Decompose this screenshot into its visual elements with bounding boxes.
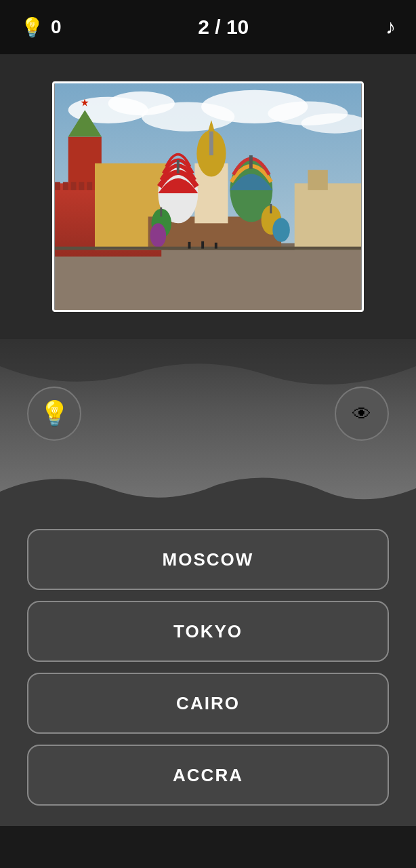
eye-icon: 👁 [352,403,371,425]
header: 💡 0 2 / 10 ♪ [0,0,416,54]
answer-button-4[interactable]: ACCRA [27,745,389,806]
svg-rect-46 [201,241,204,249]
score-display: 0 [51,16,62,38]
bulb-icon: 💡 [20,16,44,39]
svg-point-41 [272,218,290,241]
svg-rect-47 [215,243,217,249]
svg-rect-15 [71,182,77,190]
svg-rect-16 [79,182,84,190]
svg-rect-14 [63,182,68,190]
middle-section: 💡 👁 [0,339,416,515]
score-area: 💡 0 [20,16,62,39]
image-area [0,54,416,339]
svg-rect-30 [209,130,213,155]
svg-rect-37 [160,208,162,217]
svg-rect-17 [87,182,92,190]
music-icon[interactable]: ♪ [386,16,396,39]
hint-button[interactable]: 💡 [27,387,81,441]
svg-rect-13 [55,182,60,190]
answer-button-2[interactable]: TOKYO [27,601,389,662]
quiz-image [52,81,364,312]
answer-button-1[interactable]: MOSCOW [27,529,389,590]
answers-section: MOSCOW TOKYO CAIRO ACCRA [0,515,416,826]
hint-bulb-icon: 💡 [39,399,70,428]
svg-rect-43 [308,170,327,190]
svg-rect-42 [295,183,361,250]
answer-button-3[interactable]: CAIRO [27,673,389,734]
svg-rect-45 [188,242,191,249]
svg-rect-33 [177,160,180,174]
svg-point-38 [150,223,167,247]
svg-rect-44 [55,247,361,250]
eye-button[interactable]: 👁 [335,387,389,441]
progress-display: 2 / 10 [198,16,249,39]
svg-rect-40 [270,204,272,214]
svg-rect-35 [249,155,253,169]
